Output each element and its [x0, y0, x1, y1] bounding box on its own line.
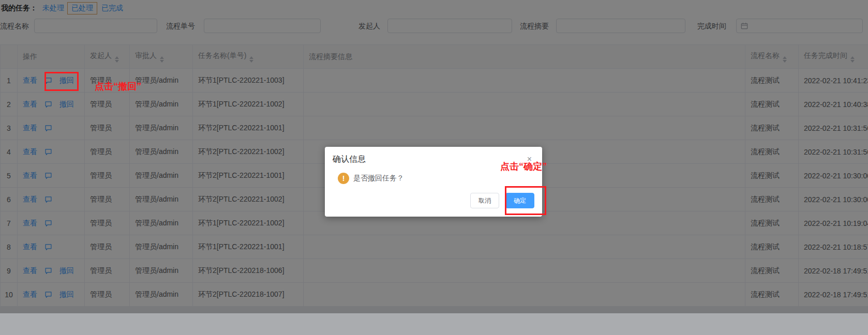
- warning-icon: !: [338, 173, 349, 184]
- cancel-button[interactable]: 取消: [470, 193, 499, 208]
- withdraw-highlight-box: [44, 72, 79, 91]
- page: 我的任务： 未处理 已处理 已完成 流程名称 流程单号 发起人 流程摘要 完成时…: [0, 0, 868, 335]
- withdraw-hint-text: 点击“撤回”: [95, 80, 141, 93]
- footer-area: [0, 313, 868, 335]
- confirm-hint-text: 点击“确定”: [500, 160, 547, 173]
- dialog-title: 确认信息: [333, 154, 366, 165]
- dialog-message: 是否撤回任务？: [353, 174, 404, 183]
- confirm-highlight-box: [505, 186, 546, 215]
